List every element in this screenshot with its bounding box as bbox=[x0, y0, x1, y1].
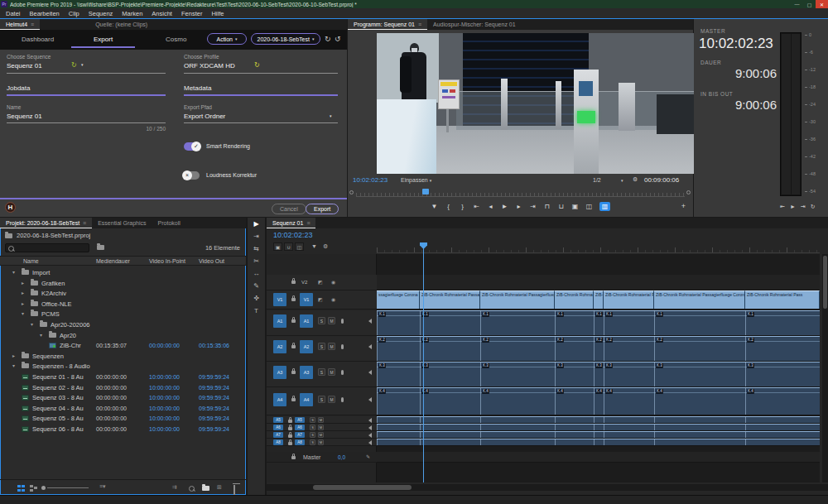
lock-icon[interactable] bbox=[291, 398, 296, 401]
mute-button[interactable]: M bbox=[318, 417, 324, 423]
tab-essential-graphics[interactable]: Essential Graphics bbox=[92, 218, 152, 228]
collapse-icon[interactable]: ▾ bbox=[12, 362, 15, 368]
table-row[interactable]: ▸Office-NLE bbox=[0, 299, 246, 309]
table-row[interactable]: Sequenz 01 - 8 Au00:00:00:0010:00:00:000… bbox=[0, 372, 246, 382]
timeline-ruler[interactable] bbox=[377, 242, 820, 253]
track-lane[interactable]: K.3K.3K.3K.3K.3K.3K.3K.3 bbox=[377, 362, 820, 387]
expand-icon[interactable]: ▸ bbox=[22, 290, 24, 295]
solo-button[interactable]: S bbox=[310, 439, 315, 445]
expand-icon[interactable]: ▸ bbox=[12, 353, 15, 358]
table-row[interactable]: Sequenz 05 - 8 Au00:00:00:0010:00:00:000… bbox=[0, 413, 246, 423]
close-button[interactable]: ✕ bbox=[816, 0, 828, 8]
razor-tool[interactable]: ✂ bbox=[248, 255, 265, 267]
chevron-down-icon[interactable]: ▾ bbox=[330, 113, 332, 118]
mute-button[interactable]: M bbox=[328, 343, 335, 350]
menu-item-clip[interactable]: Clip bbox=[69, 10, 79, 17]
voiceover-mic-icon[interactable] bbox=[341, 397, 344, 402]
track-output-eye-icon[interactable]: ◉ bbox=[331, 279, 335, 285]
mute-button[interactable]: M bbox=[328, 368, 335, 376]
track-lane[interactable] bbox=[377, 439, 820, 446]
table-row[interactable]: ▸K2Archiv bbox=[0, 288, 246, 298]
extract-icon[interactable]: ⊔ bbox=[557, 202, 565, 211]
chevron-down-icon[interactable]: ▾ bbox=[621, 178, 623, 183]
lock-icon[interactable] bbox=[291, 281, 296, 284]
scrub-end-handle[interactable] bbox=[686, 190, 691, 194]
nav-cosmo[interactable]: Cosmo bbox=[166, 36, 186, 43]
track-select-tool[interactable]: ⇥ bbox=[248, 230, 265, 242]
maximize-button[interactable]: ▢ bbox=[803, 0, 816, 8]
refresh-profile-icon[interactable]: ↻ bbox=[254, 61, 260, 69]
fit-dropdown[interactable]: Einpassen ▾ bbox=[401, 177, 431, 183]
add-marker-icon[interactable]: ▼ bbox=[311, 243, 317, 249]
speaker-icon[interactable] bbox=[366, 319, 372, 324]
target-track-button[interactable]: A7 bbox=[295, 432, 305, 438]
export-button[interactable]: Export bbox=[306, 204, 339, 214]
table-row[interactable]: ▸Sequenzen bbox=[0, 351, 246, 361]
track-lane[interactable] bbox=[377, 431, 820, 439]
menu-item-fenster[interactable]: Fenster bbox=[181, 10, 202, 17]
video-clip[interactable]: ssagierfluege Corona (V) bbox=[377, 290, 420, 309]
chevron-down-icon[interactable]: ▾ bbox=[81, 62, 84, 67]
video-clip[interactable]: ZiB- bbox=[594, 290, 604, 309]
lift-icon[interactable]: ⊓ bbox=[543, 202, 551, 211]
nav-export[interactable]: Export bbox=[94, 36, 113, 43]
table-row[interactable]: ▸Grafiken bbox=[0, 278, 246, 288]
smart-rendering-toggle[interactable]: ✓ bbox=[184, 142, 200, 151]
source-track-button[interactable]: A4 bbox=[273, 393, 286, 406]
mark-out-icon[interactable]: } bbox=[459, 202, 466, 211]
automate-to-sequence-icon[interactable]: ⇉ bbox=[172, 484, 177, 491]
speaker-icon[interactable] bbox=[366, 440, 372, 445]
menu-item-hilfe[interactable]: Hilfe bbox=[211, 10, 224, 17]
ripple-edit-tool[interactable]: ⇆ bbox=[248, 242, 265, 255]
refresh-icon[interactable]: ↻ bbox=[325, 35, 331, 43]
track-lane[interactable]: ssagierfluege Corona (V)ZiB-Chronik Rohm… bbox=[377, 290, 820, 310]
solo-button[interactable]: S bbox=[318, 317, 325, 324]
track-header[interactable]: A1A1SM bbox=[267, 310, 377, 336]
speaker-icon[interactable] bbox=[366, 344, 372, 349]
target-track-button[interactable]: A5 bbox=[295, 417, 305, 423]
solo-button[interactable]: S bbox=[310, 417, 315, 423]
lock-icon[interactable] bbox=[291, 371, 296, 374]
speaker-icon[interactable] bbox=[366, 425, 372, 430]
solo-button[interactable]: S bbox=[318, 343, 325, 350]
track-header[interactable]: Master0,0✎ bbox=[267, 452, 377, 463]
lock-icon[interactable] bbox=[291, 456, 296, 459]
track-header[interactable]: A4A4SM bbox=[267, 387, 377, 415]
menu-item-marken[interactable]: Marken bbox=[122, 10, 142, 17]
master-level[interactable]: 0,0 bbox=[338, 454, 345, 460]
tab-helmut4[interactable]: Helmut4≡ bbox=[0, 19, 40, 30]
video-frame[interactable] bbox=[377, 33, 694, 174]
pen-tool[interactable]: ✎ bbox=[248, 280, 265, 292]
table-row[interactable]: ZiB-Chr00:15:35:0700:00:00:0000:15:35:06 bbox=[0, 340, 246, 350]
video-clip[interactable]: ZiB-Chronik Rohmate bbox=[555, 290, 594, 309]
target-track-button[interactable]: V1 bbox=[300, 293, 313, 306]
target-track-button[interactable]: A8 bbox=[295, 439, 305, 445]
voiceover-mic-icon[interactable] bbox=[341, 344, 344, 349]
panel-menu-icon[interactable]: ≡ bbox=[83, 220, 86, 226]
table-row[interactable]: Sequenz 02 - 8 Au00:00:00:0010:00:00:000… bbox=[0, 382, 246, 392]
speaker-icon[interactable] bbox=[366, 418, 372, 423]
track-lane[interactable]: K.4K.4K.4K.4K.4K.4K.4K.4 bbox=[377, 387, 820, 415]
speaker-icon[interactable] bbox=[366, 397, 372, 402]
button-editor-plus[interactable]: + bbox=[681, 202, 686, 210]
column-video-in[interactable]: Video In-Point bbox=[149, 258, 185, 264]
expand-icon[interactable]: ▸ bbox=[22, 280, 24, 286]
tab-audio-mixer[interactable]: Audiospur-Mischer: Sequenz 01 bbox=[427, 19, 522, 30]
new-item-icon[interactable]: ⊞ bbox=[217, 484, 222, 491]
go-to-in-icon[interactable]: ⇤ bbox=[780, 204, 785, 210]
mute-button[interactable]: M bbox=[318, 425, 324, 430]
lock-icon[interactable] bbox=[291, 298, 296, 301]
vertical-scrollbar[interactable] bbox=[822, 254, 828, 482]
voiceover-mic-icon[interactable] bbox=[341, 319, 344, 324]
track-header[interactable]: V2◩◉ bbox=[267, 275, 377, 290]
collapse-icon[interactable]: ▾ bbox=[40, 332, 42, 338]
table-row[interactable]: ▾Apr20 bbox=[0, 330, 246, 340]
solo-button[interactable]: S bbox=[318, 368, 325, 376]
lock-icon[interactable] bbox=[288, 427, 292, 430]
expand-icon[interactable]: ▸ bbox=[22, 300, 24, 306]
track-lane[interactable] bbox=[377, 416, 820, 424]
mute-button[interactable]: M bbox=[328, 396, 335, 403]
step-forward-icon[interactable]: ▸ bbox=[515, 202, 522, 211]
track-lane[interactable] bbox=[377, 275, 820, 290]
track-header[interactable]: A7A7SM bbox=[267, 431, 377, 439]
